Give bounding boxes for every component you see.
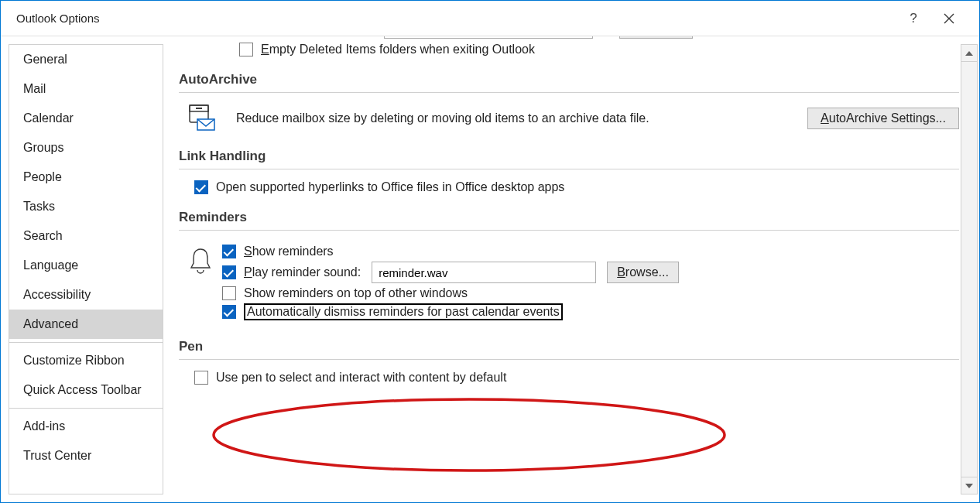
autoarchive-head: AutoArchive [179, 72, 959, 87]
close-icon [944, 13, 954, 24]
checkbox-open-links[interactable] [194, 180, 208, 194]
annotation-ellipse [202, 392, 736, 477]
autoarchive-desc: Reduce mailbox size by deleting or movin… [236, 111, 649, 125]
checkbox-use-pen[interactable] [194, 371, 208, 385]
use-pen-option[interactable]: Use pen to select and interact with cont… [194, 371, 959, 385]
empty-deleted-label: Empty Deleted Items folders when exiting… [261, 43, 535, 56]
reminders-ontop-option[interactable]: Show reminders on top of other windows [222, 286, 959, 300]
help-button[interactable]: ? [896, 1, 931, 36]
reminder-sound-browse-button[interactable]: Browse... [607, 262, 679, 283]
sidebar-item-people[interactable]: People [9, 163, 163, 192]
autoarchive-settings-button[interactable]: AutoArchive Settings... [807, 108, 959, 129]
sidebar-item-general[interactable]: General [9, 45, 163, 74]
reminder-sound-field[interactable] [372, 262, 596, 283]
auto-dismiss-label: Automatically dismiss reminders for past… [244, 303, 563, 320]
start-folder-browse-button[interactable]: Browse... [619, 36, 693, 39]
open-links-label: Open supported hyperlinks to Office file… [216, 180, 564, 194]
title-bar: Outlook Options ? [1, 1, 979, 36]
linkhandling-head: Link Handling [179, 149, 959, 164]
reminders-head: Reminders [179, 210, 959, 225]
sidebar-item-tasks[interactable]: Tasks [9, 192, 163, 221]
sidebar-item-calendar[interactable]: Calendar [9, 104, 163, 133]
sidebar-separator [9, 342, 163, 343]
bell-icon [179, 246, 222, 275]
checkbox-empty-deleted[interactable] [239, 43, 253, 56]
play-sound-label: Play reminder sound: [244, 265, 361, 279]
checkbox-auto-dismiss[interactable] [222, 305, 236, 319]
sidebar: General Mail Calendar Groups People Task… [9, 44, 163, 494]
start-folder-field[interactable]: Outlook Today [384, 36, 593, 39]
sidebar-item-accessibility[interactable]: Accessibility [9, 280, 163, 310]
checkbox-show-reminders[interactable] [222, 245, 236, 258]
sidebar-item-language[interactable]: Language [9, 251, 163, 280]
sidebar-item-advanced[interactable]: Advanced [9, 310, 163, 339]
pen-head: Pen [179, 339, 959, 354]
play-sound-option[interactable]: Play reminder sound: Browse... [222, 262, 959, 283]
chevron-down-icon [965, 484, 973, 488]
sidebar-item-quick-access-toolbar[interactable]: Quick Access Toolbar [9, 375, 163, 405]
chevron-up-icon [965, 51, 973, 56]
checkbox-reminders-ontop[interactable] [222, 286, 236, 300]
show-reminders-option[interactable]: Show reminders [222, 245, 959, 258]
main-pane: Start Outlook in this folder: Outlook To… [171, 36, 979, 502]
sidebar-item-trust-center[interactable]: Trust Center [9, 441, 163, 470]
sidebar-item-groups[interactable]: Groups [9, 133, 163, 163]
scroll-down-button[interactable] [961, 477, 977, 494]
use-pen-label: Use pen to select and interact with cont… [216, 371, 506, 385]
sidebar-item-mail[interactable]: Mail [9, 74, 163, 104]
vertical-scrollbar[interactable] [961, 44, 978, 494]
reminders-ontop-label: Show reminders on top of other windows [244, 286, 468, 300]
sidebar-item-search[interactable]: Search [9, 221, 163, 251]
window-title: Outlook Options [16, 12, 100, 25]
open-links-option[interactable]: Open supported hyperlinks to Office file… [194, 180, 959, 194]
close-button[interactable] [931, 1, 967, 36]
outlook-start-row: Start Outlook in this folder: Outlook To… [179, 36, 959, 39]
sidebar-separator [9, 408, 163, 409]
autoarchive-row: Reduce mailbox size by deleting or movin… [179, 104, 959, 133]
checkbox-play-sound[interactable] [222, 265, 236, 279]
auto-dismiss-option[interactable]: Automatically dismiss reminders for past… [222, 303, 959, 320]
svg-rect-7 [196, 108, 202, 109]
archive-icon [179, 104, 222, 133]
scroll-up-button[interactable] [961, 45, 977, 62]
outlook-start-icon [179, 36, 222, 39]
svg-point-9 [214, 399, 725, 470]
show-reminders-label: Show reminders [244, 245, 334, 258]
empty-deleted-option[interactable]: Empty Deleted Items folders when exiting… [239, 43, 959, 56]
sidebar-item-customize-ribbon[interactable]: Customize Ribbon [9, 346, 163, 375]
sidebar-item-add-ins[interactable]: Add-ins [9, 412, 163, 441]
